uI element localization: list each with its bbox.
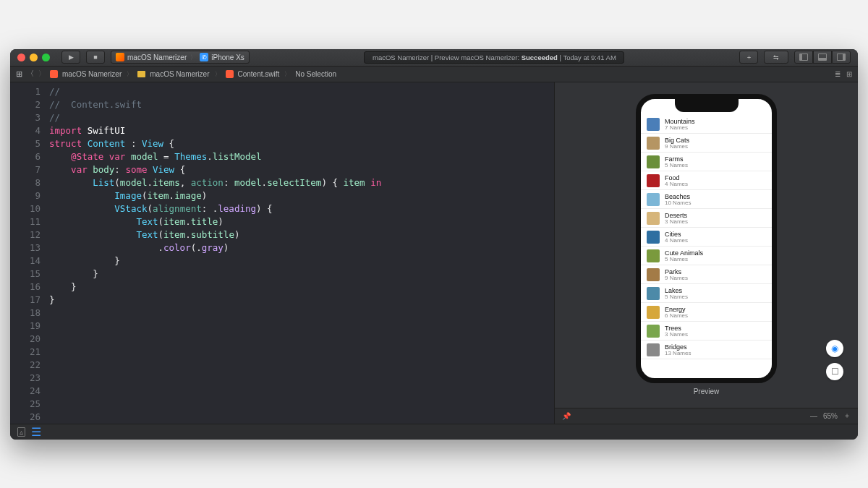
thumbnail-image	[647, 287, 660, 300]
list-item[interactable]: Bridges13 Names	[641, 341, 772, 359]
row-title: Cute Animals	[665, 249, 703, 257]
live-preview-button[interactable]: ◉	[826, 340, 843, 357]
list-item[interactable]: Farms5 Names	[641, 153, 772, 171]
row-title: Cities	[665, 231, 688, 238]
toggle-inspector-button[interactable]	[832, 51, 851, 64]
thumbnail-image	[647, 325, 660, 338]
thumbnail-image	[647, 212, 660, 225]
scheme-selector[interactable]: macOS Namerizer 〉 ✆ iPhone Xs	[111, 51, 250, 64]
version-editor-button[interactable]: ⇋	[764, 51, 788, 64]
list-item[interactable]: Beaches10 Names	[641, 190, 772, 209]
row-subtitle: 5 Names	[665, 294, 688, 300]
thumbnail-image	[647, 249, 660, 262]
swift-file-icon	[226, 70, 234, 78]
thumbnail-image	[647, 137, 660, 150]
editor-options-icon[interactable]: ≣	[835, 70, 841, 78]
row-title: Energy	[665, 306, 688, 313]
zoom-button[interactable]	[42, 53, 50, 61]
xcode-window: ▶ ■ macOS Namerizer 〉 ✆ iPhone Xs macOS …	[10, 49, 858, 440]
toggle-navigator-button[interactable]	[794, 51, 813, 64]
row-title: Mountains	[665, 118, 695, 125]
toolbar: ▶ ■ macOS Namerizer 〉 ✆ iPhone Xs macOS …	[10, 49, 858, 67]
thumbnail-image	[647, 306, 660, 319]
list-item[interactable]: Food4 Names	[641, 171, 772, 190]
row-subtitle: 7 Names	[665, 125, 695, 131]
thumbnail-image	[647, 118, 660, 131]
thumbnail-image	[647, 193, 660, 206]
editor-area: 1234567891011121314151617181920212223242…	[10, 82, 858, 424]
related-items-button[interactable]: ⊞	[16, 69, 22, 79]
close-button[interactable]	[17, 53, 25, 61]
breadcrumb-selection[interactable]: No Selection	[295, 70, 336, 78]
preview-zoom-bar: 📌 — 65% ＋	[555, 408, 858, 424]
source-editor[interactable]: 1234567891011121314151617181920212223242…	[10, 82, 554, 424]
row-subtitle: 9 Names	[665, 275, 688, 281]
thumbnail-image	[647, 231, 660, 244]
zoom-in-button[interactable]: ＋	[843, 411, 851, 421]
row-title: Lakes	[665, 287, 688, 294]
add-button[interactable]: ＋	[739, 51, 758, 64]
row-subtitle: 9 Names	[665, 144, 689, 150]
row-subtitle: 4 Names	[665, 238, 688, 244]
list-item[interactable]: Trees3 Names	[641, 322, 772, 341]
row-title: Big Cats	[665, 137, 689, 144]
row-subtitle: 6 Names	[665, 313, 688, 319]
activity-view: macOS Namerizer | Preview macOS Namerize…	[255, 51, 733, 64]
toggle-debug-area-button[interactable]	[813, 51, 832, 64]
preview-list[interactable]: Mountains7 NamesBig Cats9 NamesFarms5 Na…	[641, 115, 772, 378]
folder-icon	[137, 71, 145, 77]
list-item[interactable]: Lakes5 Names	[641, 284, 772, 303]
list-item[interactable]: Cities4 Names	[641, 228, 772, 247]
swift-file-icon	[50, 70, 58, 78]
row-title: Parks	[665, 268, 688, 275]
device-notch	[675, 99, 739, 112]
row-subtitle: 13 Names	[665, 351, 691, 356]
preview-label: Preview	[694, 388, 720, 395]
list-item[interactable]: Parks9 Names	[641, 265, 772, 284]
scheme-device: iPhone Xs	[211, 53, 244, 61]
list-item[interactable]: Deserts3 Names	[641, 209, 772, 228]
row-subtitle: 5 Names	[665, 163, 688, 168]
window-controls	[17, 53, 50, 61]
toggle-bottom-pane-icon[interactable]: ▵	[17, 427, 25, 437]
row-subtitle: 5 Names	[665, 257, 703, 262]
filter-icon[interactable]: ☰	[31, 425, 41, 439]
breadcrumb-file[interactable]: Content.swift	[238, 70, 280, 78]
row-subtitle: 3 Names	[665, 219, 688, 225]
scheme-target: macOS Namerizer	[127, 53, 187, 61]
debug-bar: ▵ ☰	[10, 424, 858, 440]
device-frame[interactable]: Mountains7 NamesBig Cats9 NamesFarms5 Na…	[636, 94, 777, 383]
thumbnail-image	[647, 343, 660, 356]
back-button[interactable]: 〈	[27, 69, 34, 79]
add-editor-icon[interactable]: ⊞	[846, 70, 852, 78]
list-item[interactable]: Big Cats9 Names	[641, 134, 772, 153]
row-subtitle: 3 Names	[665, 332, 688, 338]
list-item[interactable]: Cute Animals5 Names	[641, 247, 772, 265]
thumbnail-image	[647, 174, 660, 187]
preview-canvas: Mountains7 NamesBig Cats9 NamesFarms5 Na…	[554, 82, 858, 424]
row-subtitle: 4 Names	[665, 181, 688, 187]
breadcrumb-folder[interactable]: macOS Namerizer	[150, 70, 209, 78]
breadcrumb-project[interactable]: macOS Namerizer	[62, 70, 122, 78]
jump-bar: ⊞ 〈 〉 macOS Namerizer 〉 macOS Namerizer …	[10, 67, 858, 82]
minimize-button[interactable]	[30, 53, 38, 61]
code-content[interactable]: //// Content.swift//import SwiftUIstruct…	[46, 82, 381, 424]
row-title: Bridges	[665, 343, 691, 351]
line-gutter: 1234567891011121314151617181920212223242…	[10, 82, 46, 424]
stop-button[interactable]: ■	[86, 51, 105, 64]
row-title: Food	[665, 174, 688, 181]
row-title: Farms	[665, 155, 688, 163]
forward-button[interactable]: 〉	[38, 69, 46, 79]
list-item[interactable]: Mountains7 Names	[641, 115, 772, 134]
row-subtitle: 10 Names	[665, 200, 691, 206]
list-item[interactable]: Energy6 Names	[641, 303, 772, 322]
zoom-out-button[interactable]: —	[810, 412, 817, 420]
run-button[interactable]: ▶	[61, 51, 80, 64]
row-title: Trees	[665, 325, 688, 332]
thumbnail-image	[647, 155, 660, 168]
preview-on-device-button[interactable]: ☐	[826, 363, 843, 380]
zoom-level: 65%	[823, 412, 838, 420]
thumbnail-image	[647, 268, 660, 281]
row-title: Beaches	[665, 193, 691, 200]
pin-preview-button[interactable]: 📌	[562, 412, 571, 420]
